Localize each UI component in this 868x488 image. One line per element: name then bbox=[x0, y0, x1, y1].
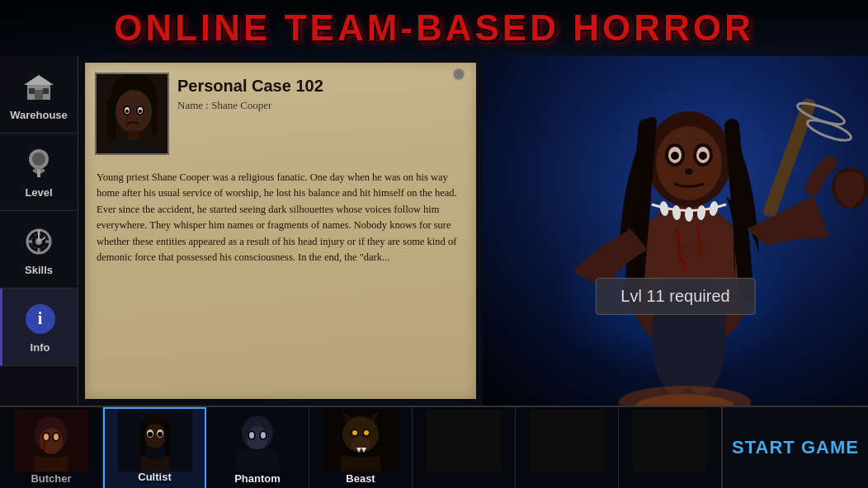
svg-point-43 bbox=[685, 168, 693, 175]
start-game-button[interactable]: START GAME bbox=[722, 407, 868, 488]
char-slot-beast[interactable]: Beast bbox=[309, 407, 413, 488]
svg-point-46 bbox=[685, 207, 693, 222]
svg-rect-94 bbox=[530, 410, 604, 472]
skills-icon bbox=[21, 223, 57, 260]
title-bar: ONLINE TEAM-BASED HORROR bbox=[0, 0, 868, 56]
char-slot-6[interactable] bbox=[516, 407, 619, 488]
main-title: ONLINE TEAM-BASED HORROR bbox=[114, 7, 754, 49]
svg-point-52 bbox=[805, 116, 853, 144]
case-paper: Personal Case 102 Name : Shane Cooper Yo… bbox=[85, 63, 476, 399]
case-title: Personal Case 102 bbox=[177, 77, 323, 96]
svg-marker-1 bbox=[24, 75, 54, 85]
svg-rect-93 bbox=[427, 410, 501, 472]
level-required-badge: Lvl 11 required bbox=[595, 278, 755, 315]
svg-point-6 bbox=[32, 152, 45, 166]
butcher-portrait bbox=[0, 407, 102, 473]
case-name: Name : Shane Cooper bbox=[177, 99, 323, 112]
case-panel: Personal Case 102 Name : Shane Cooper Yo… bbox=[78, 56, 483, 406]
char-slot-phantom[interactable]: Phantom bbox=[206, 407, 309, 488]
svg-rect-31 bbox=[113, 140, 154, 155]
svg-point-74 bbox=[158, 432, 163, 437]
svg-rect-22 bbox=[107, 99, 111, 136]
level-label: Level bbox=[25, 186, 52, 199]
monster-figure bbox=[524, 56, 868, 406]
char-slot-5[interactable] bbox=[413, 407, 516, 488]
svg-point-41 bbox=[671, 152, 679, 160]
char-slot-cultist[interactable]: Cultist bbox=[103, 407, 206, 488]
case-description: Young priest Shane Cooper was a religiou… bbox=[85, 162, 476, 277]
cultist-label: Cultist bbox=[138, 471, 171, 483]
empty-slot-6 bbox=[516, 407, 618, 473]
svg-rect-95 bbox=[633, 410, 707, 472]
svg-point-28 bbox=[139, 110, 142, 113]
svg-point-90 bbox=[364, 430, 369, 435]
monster-area: Lvl 11 required bbox=[483, 56, 868, 406]
char-slot-7[interactable] bbox=[619, 407, 722, 488]
level-icon bbox=[21, 146, 57, 182]
svg-rect-69 bbox=[140, 422, 145, 459]
warehouse-label: Warehouse bbox=[10, 109, 68, 121]
skills-label: Skills bbox=[25, 264, 53, 276]
char-slot-butcher[interactable]: Butcher bbox=[0, 407, 103, 488]
sidebar-item-info[interactable]: i Info bbox=[0, 289, 78, 366]
svg-rect-70 bbox=[165, 422, 170, 455]
svg-rect-2 bbox=[35, 90, 43, 100]
cultist-portrait bbox=[105, 409, 205, 472]
bottom-bar: Butcher Cultist bbox=[0, 406, 868, 488]
sidebar-item-skills[interactable]: Skills bbox=[0, 211, 78, 289]
info-icon: i bbox=[22, 301, 59, 337]
empty-slot-5 bbox=[413, 407, 515, 473]
phantom-portrait bbox=[206, 407, 309, 473]
beast-label: Beast bbox=[346, 472, 375, 485]
case-title-info: Personal Case 102 Name : Shane Cooper bbox=[177, 73, 323, 112]
phantom-label: Phantom bbox=[234, 472, 281, 485]
svg-point-27 bbox=[125, 110, 129, 113]
beast-portrait bbox=[309, 407, 412, 473]
info-label: Info bbox=[31, 341, 50, 354]
svg-point-19 bbox=[116, 90, 152, 133]
svg-rect-7 bbox=[37, 169, 40, 177]
svg-rect-21 bbox=[152, 95, 157, 136]
svg-point-80 bbox=[249, 432, 254, 439]
case-header: Personal Case 102 Name : Shane Cooper bbox=[85, 63, 476, 162]
character-portrait bbox=[95, 73, 169, 155]
svg-rect-4 bbox=[43, 88, 49, 94]
butcher-label: Butcher bbox=[31, 472, 71, 485]
svg-point-89 bbox=[352, 430, 357, 435]
sidebar-item-level[interactable]: Level bbox=[0, 134, 78, 211]
svg-point-64 bbox=[54, 434, 59, 440]
svg-point-84 bbox=[351, 437, 370, 452]
start-game-label: START GAME bbox=[732, 437, 859, 458]
svg-point-42 bbox=[699, 152, 707, 160]
warehouse-icon bbox=[21, 68, 57, 105]
sidebar: Warehouse Level bbox=[0, 56, 78, 406]
svg-point-36 bbox=[656, 126, 722, 200]
svg-rect-3 bbox=[29, 88, 35, 94]
svg-point-73 bbox=[148, 432, 153, 437]
sidebar-item-warehouse[interactable]: Warehouse bbox=[0, 56, 78, 134]
character-slots: Butcher Cultist bbox=[0, 407, 722, 488]
svg-point-81 bbox=[261, 432, 266, 439]
svg-point-63 bbox=[44, 434, 49, 440]
empty-slot-7 bbox=[619, 407, 721, 473]
